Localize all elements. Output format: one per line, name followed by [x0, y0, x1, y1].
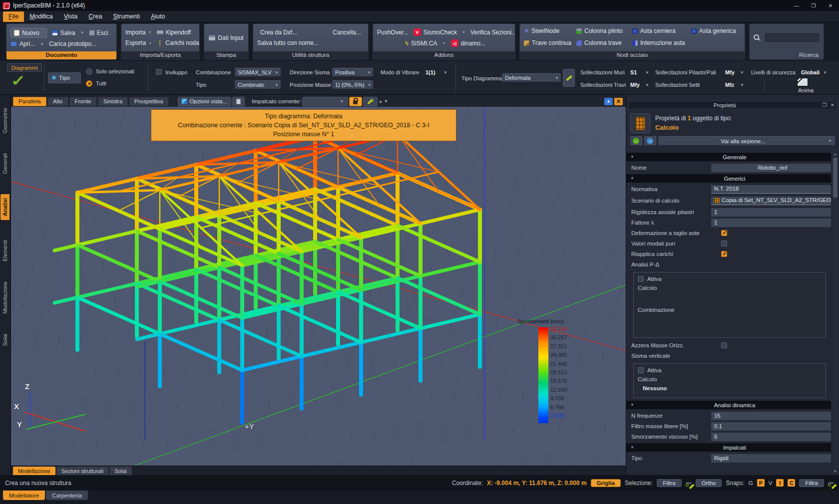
- sismica-button[interactable]: ϟSISMI.CA: [405, 39, 437, 47]
- forward-button[interactable]: →: [644, 136, 656, 145]
- close-view-button[interactable]: ✕: [614, 98, 623, 105]
- animazione-label[interactable]: Anima: [798, 87, 814, 93]
- tab-modellatore[interactable]: Modellatore: [3, 491, 45, 500]
- menu-file[interactable]: File: [3, 11, 24, 22]
- smorzamento-value[interactable]: 5: [711, 433, 831, 441]
- tipo-combinazione-dropdown[interactable]: Combinato: [235, 80, 281, 89]
- posizione-masse-dropdown[interactable]: 1) (0%,-5%): [332, 80, 373, 89]
- selezione-filtra-button[interactable]: Filtra: [657, 479, 682, 487]
- level-down-button[interactable]: ▼: [384, 99, 388, 104]
- diagramma-settings-button[interactable]: [563, 69, 575, 87]
- properties-scrollbar[interactable]: ▲ ▼: [833, 151, 838, 474]
- menu-strumenti[interactable]: Strumenti: [107, 11, 145, 22]
- sidetab-geometrie[interactable]: Geometrie: [2, 108, 8, 133]
- combinazione-dropdown[interactable]: SISMAX_SLV: [235, 68, 281, 76]
- sidetab-elementi[interactable]: Elementi: [2, 240, 8, 261]
- inviluppo-checkbox[interactable]: [156, 69, 162, 75]
- apri-button[interactable]: Apri...: [10, 40, 35, 47]
- travi-caret[interactable]: [645, 83, 649, 87]
- scrollbar-thumb[interactable]: [833, 158, 838, 198]
- sismica-caret[interactable]: [442, 41, 446, 45]
- importa-button[interactable]: Importa: [125, 29, 152, 36]
- dati-input-button[interactable]: Dati Input: [209, 34, 243, 41]
- direzione-sisma-dropdown[interactable]: Positiva: [332, 68, 373, 76]
- filtro-value[interactable]: 0.1: [711, 422, 831, 431]
- kipendoff-button[interactable]: Kipendoff: [157, 29, 191, 36]
- colonna-trave-button[interactable]: Colonna trave: [576, 39, 632, 46]
- trave-continua-button[interactable]: Trave continua: [524, 39, 576, 46]
- tutti-radio[interactable]: [86, 80, 92, 87]
- menu-vista[interactable]: Vista: [58, 11, 83, 22]
- menu-crea[interactable]: Crea: [83, 11, 107, 22]
- view-settings-button[interactable]: [363, 97, 378, 106]
- pushover-button[interactable]: PushOver...: [377, 29, 409, 36]
- snaps-settings-button[interactable]: [828, 482, 834, 484]
- snaps-filtra-button[interactable]: Filtra: [799, 479, 824, 487]
- riapplica-checkbox[interactable]: [721, 251, 727, 257]
- esporta-button[interactable]: Esporta: [125, 39, 152, 46]
- tipo-impalcati-value[interactable]: Rigidi: [711, 454, 831, 463]
- scroll-up-arrow[interactable]: ▲: [833, 151, 838, 157]
- pilastri-caret[interactable]: [740, 70, 744, 75]
- tipo-button[interactable]: ✱Tipo: [48, 72, 81, 83]
- opzioni-vista-button[interactable]: Opzioni vista...: [178, 97, 231, 106]
- sismocheck-caret[interactable]: [462, 30, 465, 34]
- add-view-button[interactable]: +: [604, 98, 613, 105]
- sidetab-modellazione[interactable]: Modellazione: [2, 281, 8, 314]
- menu-aiuto[interactable]: Aiuto: [145, 11, 171, 22]
- salva-button[interactable]: Salva: [52, 29, 75, 36]
- vai-alla-sezione-dropdown[interactable]: Vai alla sezione...: [658, 136, 835, 145]
- nuovo-button[interactable]: Nuovo: [10, 28, 47, 38]
- minimize-button[interactable]: —: [788, 0, 805, 11]
- back-button[interactable]: ←: [630, 136, 642, 145]
- deformazione-checkbox[interactable]: [721, 230, 727, 236]
- frequenze-value[interactable]: 15: [711, 412, 831, 420]
- nome-value[interactable]: Ridotto_rinf: [711, 164, 831, 172]
- rigidezza-value[interactable]: 1: [711, 208, 831, 217]
- pd-attiva-checkbox[interactable]: [638, 276, 644, 282]
- apply-check-icon[interactable]: ✓: [10, 72, 25, 89]
- griglia-button[interactable]: Griglia: [591, 479, 621, 487]
- solo-selezionati-radio[interactable]: [86, 68, 92, 75]
- snap-c-toggle[interactable]: C: [788, 479, 795, 487]
- viewtab-fronte[interactable]: Fronte: [69, 97, 97, 106]
- ortho-button[interactable]: Ortho: [696, 479, 722, 487]
- livelli-caret[interactable]: [823, 70, 827, 75]
- modo-vibrare-caret[interactable]: [443, 70, 447, 75]
- restore-panel-icon[interactable]: ❐: [821, 102, 829, 108]
- tab-sezioni-strutturali[interactable]: Sezioni strutturali: [56, 467, 108, 475]
- tab-modellazione[interactable]: Modellazione: [13, 467, 55, 475]
- verifica-sezioni-button[interactable]: Verifica Sezioni...: [470, 29, 515, 36]
- fattore-value[interactable]: 1: [711, 219, 831, 227]
- azzera-checkbox[interactable]: [721, 342, 727, 348]
- steelnode-button[interactable]: ✳SteelNode: [524, 27, 576, 34]
- interruzione-asta-button[interactable]: Interruzione asta: [632, 39, 691, 46]
- snap-g-toggle[interactable]: G: [749, 480, 753, 486]
- viewtab-alto[interactable]: Alto: [47, 97, 68, 106]
- scenario-value[interactable]: Copia di Set_NT_SLV_SLD_A2_STR/GEO: [711, 197, 831, 205]
- muri-caret[interactable]: [645, 70, 649, 75]
- snap-v-toggle[interactable]: V: [769, 480, 773, 486]
- section-analisi-dinamica[interactable]: ▼Analisi dinamica: [626, 401, 831, 409]
- animazione-icon[interactable]: [797, 78, 808, 86]
- level-up-button[interactable]: ▲: [379, 99, 383, 104]
- 3d-viewport[interactable]: Tipo diagramma: Deformata Combinazione c…: [11, 107, 626, 466]
- colonna-plinto-button[interactable]: Colonna plinto: [576, 27, 632, 34]
- section-impalcati[interactable]: ▼Impalcati: [626, 443, 831, 452]
- sidetab-analisi[interactable]: Analisi: [0, 194, 9, 220]
- viewtab-sinistra[interactable]: Sinistra: [98, 97, 128, 106]
- snap-p-toggle[interactable]: P: [757, 479, 765, 487]
- sidetab-solai[interactable]: Solai: [2, 334, 8, 346]
- valori-modali-checkbox[interactable]: [721, 241, 727, 247]
- apri-dropdown-caret[interactable]: [40, 42, 44, 46]
- snap-i-toggle[interactable]: I: [776, 479, 784, 487]
- normativa-value[interactable]: N.T. 2018: [711, 185, 831, 194]
- asta-generica-button[interactable]: Asta generica: [691, 27, 745, 34]
- dinamo-button[interactable]: ◁dinamo...: [451, 39, 485, 47]
- carichi-nodali-button[interactable]: ⋮Carichi nodali: [157, 39, 200, 46]
- viewtab-parallela[interactable]: Parallela: [13, 97, 46, 106]
- cancella-button[interactable]: Cancella...: [333, 29, 361, 36]
- close-panel-icon[interactable]: ✕: [829, 102, 837, 108]
- section-generale[interactable]: ▼Generale: [626, 153, 831, 161]
- tipo-diagramma-dropdown[interactable]: Deformata: [502, 73, 561, 82]
